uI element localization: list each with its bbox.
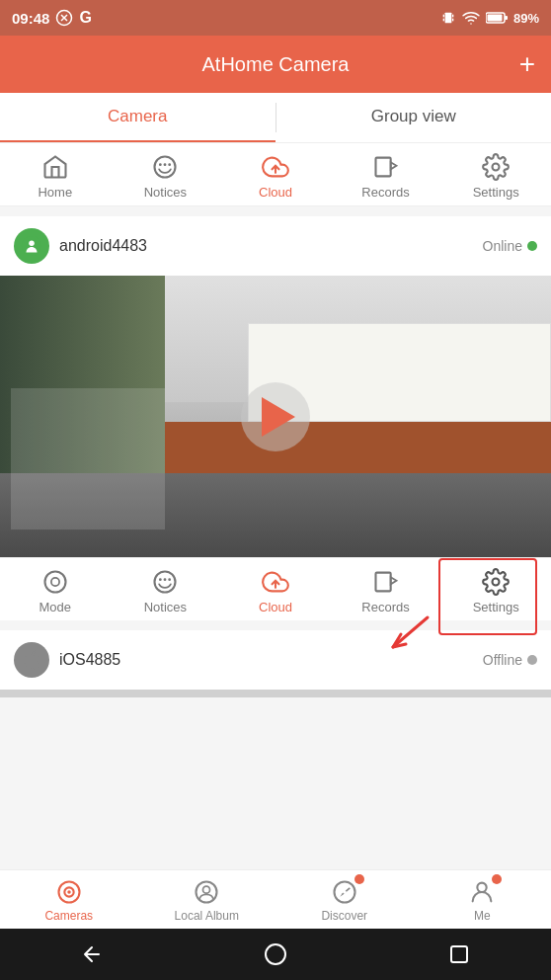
app-title: AtHome Camera <box>202 53 350 76</box>
bottom-cameras-label: Cameras <box>44 909 93 923</box>
android-nav-bar <box>0 929 551 980</box>
camera1-actions: Mode Notices Cloud <box>0 557 551 620</box>
svg-point-26 <box>493 579 500 586</box>
nav-home-label: Home <box>38 185 72 200</box>
camera2-status: Offline <box>483 652 537 668</box>
nav-settings-label: Settings <box>473 185 519 200</box>
svg-rect-9 <box>487 15 502 22</box>
action-notices[interactable]: Notices <box>120 568 209 614</box>
status-bar: 09:48 G 89% <box>0 0 551 36</box>
svg-point-14 <box>169 163 172 166</box>
action-settings[interactable]: Settings <box>451 568 540 614</box>
android-recents-button[interactable] <box>439 935 479 974</box>
svg-point-19 <box>44 572 65 593</box>
nav-settings[interactable]: Settings <box>456 153 535 200</box>
svg-rect-15 <box>375 158 390 177</box>
bottom-nav-cameras[interactable]: Cameras <box>30 878 109 923</box>
vibrate-icon <box>440 10 456 26</box>
action-settings-label: Settings <box>473 600 519 614</box>
album-icon-wrap <box>193 878 220 906</box>
camera2-info: iOS4885 <box>14 642 120 678</box>
camera2-avatar <box>14 642 49 678</box>
add-button[interactable]: + <box>519 48 535 80</box>
action-mode-label: Mode <box>39 600 72 614</box>
g-icon: G <box>79 9 91 27</box>
x-icon <box>55 9 73 27</box>
camera2-section: iOS4885 Offline <box>0 630 551 697</box>
svg-point-16 <box>493 164 500 171</box>
camera2-header: iOS4885 Offline <box>0 630 551 690</box>
camera2-name: iOS4885 <box>59 651 120 669</box>
camera1-header: android4483 Online <box>0 216 551 276</box>
status-right: 89% <box>440 9 539 27</box>
cameras-icon-wrap <box>55 878 83 906</box>
action-records[interactable]: Records <box>342 568 431 614</box>
nav-records-label: Records <box>361 185 409 200</box>
bottom-nav-album[interactable]: Local Album <box>167 878 246 923</box>
me-badge <box>492 874 502 884</box>
svg-rect-10 <box>505 16 508 20</box>
play-button[interactable] <box>241 382 310 451</box>
nav-notices-label: Notices <box>144 185 187 200</box>
main-tabs: Camera Group view <box>0 93 551 143</box>
discover-badge <box>354 874 364 884</box>
action-notices-label: Notices <box>144 600 187 614</box>
app-header: AtHome Camera + <box>0 36 551 93</box>
svg-point-11 <box>155 157 176 178</box>
nav-records[interactable]: Records <box>347 153 426 200</box>
action-mode[interactable]: Mode <box>11 568 100 614</box>
bottom-me-label: Me <box>474 909 491 923</box>
play-icon <box>262 397 295 437</box>
nav-notices[interactable]: Notices <box>125 153 204 200</box>
camera1-status-text: Online <box>483 238 522 254</box>
bottom-nav-discover[interactable]: Discover <box>305 878 384 923</box>
me-icon-wrap <box>468 878 496 906</box>
kitchen-counter <box>165 422 551 478</box>
action-cloud-label: Cloud <box>259 600 292 614</box>
camera2-status-dot <box>527 655 537 665</box>
arrow-indicator <box>373 612 433 652</box>
svg-rect-7 <box>452 19 453 22</box>
svg-point-12 <box>159 163 162 166</box>
svg-point-36 <box>266 944 285 964</box>
bottom-album-label: Local Album <box>175 909 239 923</box>
svg-rect-37 <box>451 946 467 962</box>
svg-point-35 <box>478 883 487 892</box>
svg-rect-6 <box>443 19 444 22</box>
bottom-discover-label: Discover <box>321 909 367 923</box>
tab-camera[interactable]: Camera <box>0 93 276 142</box>
top-nav-icons: Home Notices Cloud Records Sett <box>0 143 551 206</box>
camera1-status: Online <box>483 238 537 254</box>
battery-icon <box>486 12 508 24</box>
android-back-button[interactable] <box>72 935 112 974</box>
ios-separator <box>0 690 551 697</box>
camera1-feed[interactable] <box>0 276 551 557</box>
svg-rect-3 <box>445 13 452 24</box>
svg-rect-4 <box>443 15 444 18</box>
camera1-name: android4483 <box>59 237 147 255</box>
svg-point-29 <box>67 890 71 894</box>
bottom-navigation: Cameras Local Album Discover <box>0 869 551 929</box>
svg-point-18 <box>29 241 35 247</box>
camera1-info: android4483 <box>14 228 147 264</box>
nav-cloud[interactable]: Cloud <box>236 153 315 200</box>
svg-point-23 <box>164 578 167 581</box>
svg-point-31 <box>203 886 210 893</box>
android-home-button[interactable] <box>256 935 295 974</box>
svg-rect-5 <box>452 15 453 18</box>
nav-home[interactable]: Home <box>16 153 95 200</box>
camera1-avatar <box>14 228 49 264</box>
status-left: 09:48 G <box>12 9 92 27</box>
battery-percent: 89% <box>513 11 539 26</box>
svg-rect-25 <box>375 573 390 592</box>
action-cloud[interactable]: Cloud <box>231 568 320 614</box>
kitchen-table <box>11 388 165 530</box>
camera1-status-dot <box>527 241 537 251</box>
svg-point-24 <box>169 578 172 581</box>
discover-icon-wrap <box>331 878 358 906</box>
camera2-status-text: Offline <box>483 652 522 668</box>
svg-point-21 <box>155 572 176 593</box>
tab-group-view[interactable]: Group view <box>276 93 552 142</box>
camera1-section: android4483 Online Mode <box>0 216 551 620</box>
bottom-nav-me[interactable]: Me <box>442 878 521 923</box>
